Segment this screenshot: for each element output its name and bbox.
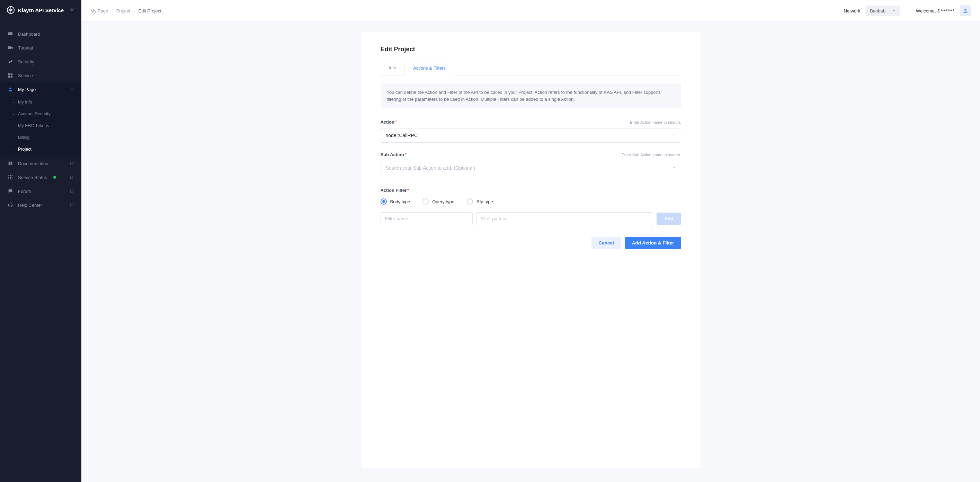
required-marker: * bbox=[405, 152, 407, 157]
sidebar-item-tutorial[interactable]: Tutorial bbox=[0, 41, 81, 55]
sub-action-hint: Enter Sub Action name to search. bbox=[622, 153, 681, 157]
sidebar-item-label: Documentation bbox=[18, 161, 48, 166]
sidebar-collapse-icon[interactable] bbox=[70, 7, 75, 13]
network-value: Baobab bbox=[870, 8, 886, 13]
svg-rect-2 bbox=[8, 46, 11, 49]
sub-action-field: Sub Action* Enter Sub Action name to sea… bbox=[380, 152, 681, 175]
sidebar-header: Klaytn API Service bbox=[0, 0, 81, 20]
user-avatar-icon bbox=[963, 8, 969, 14]
filter-name-input[interactable] bbox=[380, 212, 473, 225]
brand-logo-icon bbox=[7, 6, 14, 14]
add-action-filter-button[interactable]: Add Action & Filter bbox=[625, 237, 681, 249]
action-hint: Enter Action name to search. bbox=[630, 120, 681, 124]
user-menu-button[interactable] bbox=[960, 5, 971, 16]
chevron-right-icon: › bbox=[72, 60, 74, 64]
welcome-text: Welcome, Ji******** bbox=[916, 8, 955, 13]
tab-info[interactable]: Info bbox=[380, 62, 405, 76]
network-label: Network bbox=[843, 8, 860, 13]
action-select[interactable]: node::CallRPC bbox=[380, 128, 681, 143]
radio-icon bbox=[423, 199, 429, 205]
form-actions: Cancel Add Action & Filter bbox=[380, 237, 681, 249]
sidebar-sub-myinfo[interactable]: —My Info bbox=[0, 96, 81, 108]
bullet-icon: — bbox=[12, 136, 14, 139]
chevron-down-icon bbox=[672, 133, 676, 138]
grid-icon bbox=[8, 73, 13, 78]
bullet-icon: — bbox=[12, 124, 14, 127]
user-icon bbox=[8, 87, 13, 92]
chevron-right-icon: › bbox=[72, 73, 74, 78]
chevron-right-icon: › bbox=[111, 9, 113, 13]
sidebar-item-mypage[interactable]: My Page bbox=[0, 83, 81, 96]
filter-pattern-input[interactable] bbox=[476, 212, 654, 225]
svg-point-8 bbox=[10, 87, 11, 89]
sidebar: Klaytn API Service Dashboard Tutorial Se… bbox=[0, 0, 81, 482]
sidebar-sub-erc-tokens[interactable]: —My ERC Tokens bbox=[0, 120, 81, 132]
filter-type-radios: Body type Query type Rlp type bbox=[380, 199, 681, 205]
external-link-icon bbox=[70, 203, 74, 207]
headset-icon bbox=[8, 202, 13, 208]
sidebar-item-label: Security bbox=[18, 59, 34, 64]
sidebar-item-label: Forum bbox=[18, 189, 31, 194]
brand-name: Klaytn API Service bbox=[18, 7, 64, 13]
sidebar-submenu-mypage: —My Info —Account Security —My ERC Token… bbox=[0, 96, 81, 156]
svg-rect-1 bbox=[8, 32, 13, 35]
svg-rect-7 bbox=[11, 76, 13, 78]
book-icon bbox=[8, 161, 13, 166]
svg-point-17 bbox=[11, 178, 13, 179]
sidebar-item-forum[interactable]: Forum bbox=[0, 184, 81, 198]
sidebar-item-label: Tutorial bbox=[18, 45, 33, 51]
sidebar-item-label: Dashboard bbox=[18, 32, 40, 37]
breadcrumb-item[interactable]: Project bbox=[116, 8, 130, 13]
sidebar-item-label: My Page bbox=[18, 87, 36, 92]
sidebar-nav: Dashboard Tutorial Security › Service › … bbox=[0, 20, 81, 212]
info-description: You can define the Action and Filter of … bbox=[380, 83, 681, 108]
radio-body-type[interactable]: Body type bbox=[380, 199, 410, 205]
content-scroll[interactable]: Edit Project Info Actions & Filters You … bbox=[81, 21, 980, 482]
sidebar-item-label: Service Status bbox=[18, 175, 47, 180]
breadcrumb-item[interactable]: My Page bbox=[91, 8, 108, 13]
sidebar-sub-project[interactable]: —Project bbox=[0, 143, 81, 155]
svg-point-12 bbox=[8, 177, 10, 178]
sidebar-item-documentation[interactable]: Documentation bbox=[0, 156, 81, 170]
radio-label: Query type bbox=[432, 199, 454, 204]
add-filter-button[interactable]: Add bbox=[657, 213, 681, 225]
required-marker: * bbox=[395, 119, 397, 125]
topbar-right: Network Baobab Welcome, Ji******** bbox=[843, 5, 971, 16]
sub-action-select[interactable]: Search your Sub Action to add. (Optional… bbox=[380, 161, 681, 175]
tabs: Info Actions & Filters bbox=[380, 61, 681, 76]
svg-point-10 bbox=[10, 175, 11, 176]
sidebar-sub-billing[interactable]: —Billing bbox=[0, 132, 81, 143]
sidebar-item-security[interactable]: Security › bbox=[0, 55, 81, 68]
sidebar-item-dashboard[interactable]: Dashboard bbox=[0, 27, 81, 41]
cancel-button[interactable]: Cancel bbox=[592, 237, 620, 249]
sidebar-item-help-center[interactable]: Help Center bbox=[0, 198, 81, 212]
breadcrumb: My Page › Project › Edit Project bbox=[91, 8, 161, 13]
chevron-right-icon: › bbox=[134, 9, 135, 13]
sidebar-sub-account-security[interactable]: —Account Security bbox=[0, 108, 81, 120]
bullet-icon: — bbox=[12, 113, 14, 116]
svg-point-3 bbox=[9, 61, 10, 63]
sub-action-label: Sub Action bbox=[380, 152, 404, 157]
sidebar-item-service[interactable]: Service › bbox=[0, 68, 81, 83]
action-value: node::CallRPC bbox=[386, 133, 418, 138]
radio-icon bbox=[380, 199, 387, 205]
topbar: My Page › Project › Edit Project Network… bbox=[81, 0, 980, 21]
tab-actions-filters[interactable]: Actions & Filters bbox=[404, 62, 454, 76]
svg-point-11 bbox=[11, 175, 13, 176]
sidebar-item-label: Help Center bbox=[18, 202, 42, 208]
required-marker: * bbox=[407, 188, 409, 193]
svg-point-13 bbox=[10, 177, 11, 178]
sidebar-item-service-status[interactable]: Service Status bbox=[0, 170, 81, 184]
svg-rect-5 bbox=[11, 73, 13, 75]
chevron-down-icon bbox=[70, 87, 74, 91]
breadcrumb-item-current: Edit Project bbox=[138, 8, 161, 13]
radio-query-type[interactable]: Query type bbox=[423, 199, 454, 205]
dashboard-icon bbox=[8, 31, 13, 37]
status-indicator-dot bbox=[53, 176, 56, 179]
network-select[interactable]: Baobab bbox=[866, 6, 900, 16]
external-link-icon bbox=[70, 175, 74, 180]
sidebar-sub-label: Billing bbox=[18, 135, 29, 140]
sidebar-sub-label: Account Security bbox=[18, 111, 51, 116]
sidebar-item-label: Service bbox=[18, 73, 33, 78]
radio-rlp-type[interactable]: Rlp type bbox=[467, 199, 493, 205]
